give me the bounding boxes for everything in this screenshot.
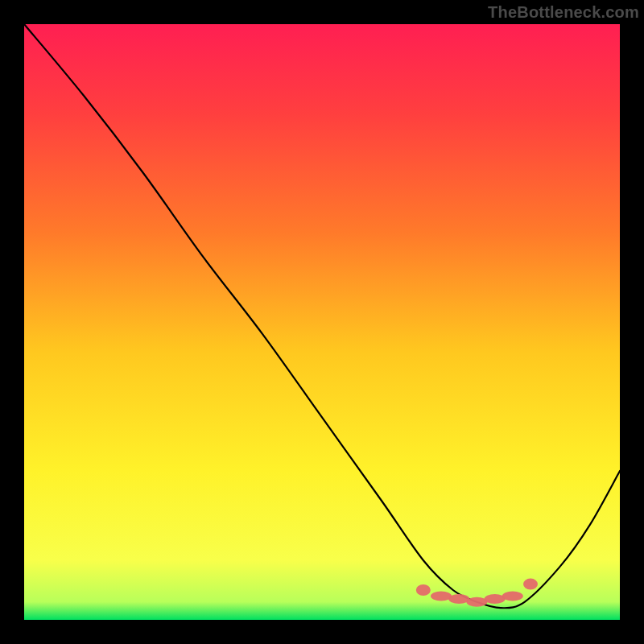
trough-marker <box>431 591 452 601</box>
chart-container: TheBottleneck.com <box>0 0 644 644</box>
bottleneck-chart <box>0 0 644 644</box>
trough-marker <box>502 591 523 601</box>
trough-marker <box>448 594 469 604</box>
attribution-label: TheBottleneck.com <box>488 3 639 22</box>
trough-marker <box>485 594 506 604</box>
plot-area <box>24 24 620 620</box>
trough-marker <box>523 579 538 590</box>
trough-marker <box>416 584 431 596</box>
trough-marker <box>466 597 487 607</box>
